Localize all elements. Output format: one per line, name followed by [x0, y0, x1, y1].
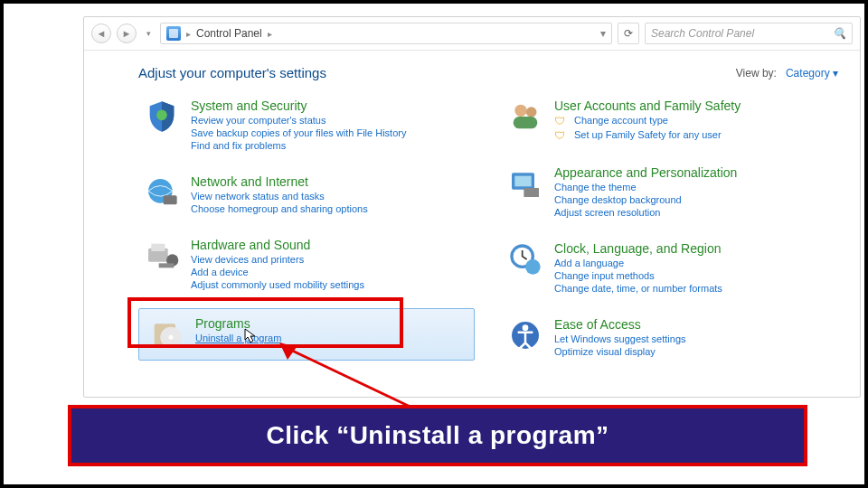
- breadcrumb-label[interactable]: Control Panel: [196, 27, 262, 40]
- link-uninstall-program[interactable]: Uninstall a program: [195, 333, 281, 343]
- category-network-internet[interactable]: Network and Internet View network status…: [138, 169, 475, 220]
- programs-disc-icon: [148, 316, 184, 352]
- svg-rect-14: [514, 176, 531, 187]
- appearance-icon: [507, 165, 543, 202]
- category-link[interactable]: Find and fix problems: [191, 140, 406, 151]
- category-link[interactable]: Choose homegroup and sharing options: [191, 203, 368, 214]
- svg-point-20: [523, 324, 529, 331]
- globe-network-icon: [144, 174, 180, 211]
- svg-point-18: [525, 259, 541, 275]
- history-dropdown[interactable]: ▾: [142, 23, 155, 43]
- svg-point-0: [156, 110, 167, 121]
- category-programs[interactable]: Programs Uninstall a program: [138, 308, 475, 361]
- ease-of-access-icon: [507, 317, 543, 353]
- shield-icon: [144, 99, 180, 135]
- control-panel-icon: [166, 26, 181, 41]
- category-user-accounts[interactable]: User Accounts and Family Safety 🛡 Change…: [502, 93, 838, 147]
- svg-rect-4: [151, 244, 165, 251]
- view-by-label: View by:: [736, 67, 777, 80]
- view-by-control[interactable]: View by: Category ▾: [736, 67, 838, 80]
- page-title: Adjust your computer's settings: [138, 65, 326, 80]
- user-accounts-icon: [507, 99, 543, 135]
- category-title[interactable]: Hardware and Sound: [191, 238, 364, 252]
- category-title[interactable]: Ease of Access: [554, 317, 686, 332]
- back-button[interactable]: ◄: [91, 23, 111, 43]
- search-icon: 🔍: [833, 27, 846, 40]
- shield-small-icon: 🛡: [554, 129, 565, 142]
- content-header: Adjust your computer's settings View by:…: [138, 65, 838, 80]
- category-title[interactable]: Appearance and Personalization: [554, 165, 737, 180]
- category-link[interactable]: Change account type: [574, 115, 668, 127]
- category-link[interactable]: Review your computer's status: [191, 115, 406, 126]
- view-by-value[interactable]: Category: [786, 67, 830, 80]
- printer-speaker-icon: [144, 238, 180, 274]
- category-link[interactable]: View network status and tasks: [191, 191, 368, 202]
- breadcrumb[interactable]: ▸ Control Panel ▸ ▾: [160, 23, 612, 44]
- category-link[interactable]: Add a device: [191, 267, 364, 277]
- category-link[interactable]: Let Windows suggest settings: [554, 333, 686, 344]
- category-title[interactable]: Programs: [195, 316, 281, 331]
- category-link[interactable]: Adjust screen resolution: [554, 207, 737, 218]
- category-title[interactable]: Clock, Language, and Region: [554, 241, 722, 256]
- category-system-security[interactable]: System and Security Review your computer…: [138, 93, 475, 156]
- clock-globe-icon: [507, 241, 543, 277]
- category-link[interactable]: Adjust commonly used mobility settings: [191, 279, 364, 290]
- forward-button[interactable]: ►: [117, 23, 137, 43]
- category-hardware-sound[interactable]: Hardware and Sound View devices and prin…: [138, 232, 475, 296]
- svg-point-9: [169, 335, 174, 340]
- category-link[interactable]: Add a language: [554, 258, 722, 268]
- chevron-right-icon: ▸: [186, 29, 191, 39]
- category-link[interactable]: View devices and printers: [191, 254, 364, 265]
- svg-rect-6: [159, 263, 175, 267]
- svg-point-10: [514, 105, 526, 117]
- pointer-cursor-icon: [242, 327, 259, 345]
- right-column: User Accounts and Family Safety 🛡 Change…: [502, 93, 838, 362]
- category-title[interactable]: Network and Internet: [191, 174, 368, 189]
- control-panel-window: ◄ ► ▾ ▸ Control Panel ▸ ▾ ⟳ Search Contr…: [83, 16, 861, 398]
- category-link[interactable]: Change desktop background: [554, 194, 737, 205]
- screenshot-frame: ◄ ► ▾ ▸ Control Panel ▸ ▾ ⟳ Search Contr…: [0, 0, 868, 488]
- content-area: Adjust your computer's settings View by:…: [84, 51, 860, 392]
- category-title[interactable]: User Accounts and Family Safety: [554, 99, 741, 113]
- search-input[interactable]: Search Control Panel 🔍: [645, 23, 853, 44]
- chevron-right-icon: ▸: [268, 29, 272, 39]
- category-link[interactable]: Save backup copies of your files with Fi…: [191, 127, 406, 138]
- shield-small-icon: 🛡: [554, 115, 565, 127]
- chevron-down-icon[interactable]: ▾: [600, 27, 606, 40]
- navigation-bar: ◄ ► ▾ ▸ Control Panel ▸ ▾ ⟳ Search Contr…: [84, 17, 860, 51]
- svg-rect-2: [164, 195, 177, 204]
- left-column: System and Security Review your computer…: [138, 93, 475, 362]
- instruction-caption: Click “Uninstall a program”: [68, 405, 807, 466]
- category-title[interactable]: System and Security: [191, 99, 406, 113]
- chevron-down-icon: ▾: [833, 67, 838, 80]
- category-ease-of-access[interactable]: Ease of Access Let Windows suggest setti…: [502, 312, 838, 362]
- category-link[interactable]: Change the theme: [554, 182, 737, 192]
- svg-rect-15: [524, 188, 539, 197]
- category-clock-language[interactable]: Clock, Language, and Region Add a langua…: [502, 236, 838, 299]
- category-link[interactable]: Change date, time, or number formats: [554, 283, 722, 294]
- svg-rect-12: [514, 117, 538, 128]
- category-link[interactable]: Set up Family Safety for any user: [574, 129, 722, 142]
- category-appearance[interactable]: Appearance and Personalization Change th…: [502, 160, 838, 223]
- category-link[interactable]: Change input methods: [554, 270, 722, 281]
- category-link[interactable]: Optimize visual display: [554, 346, 686, 357]
- category-columns: System and Security Review your computer…: [138, 93, 838, 362]
- svg-point-11: [526, 107, 537, 117]
- refresh-button[interactable]: ⟳: [618, 23, 639, 44]
- search-placeholder: Search Control Panel: [651, 27, 754, 40]
